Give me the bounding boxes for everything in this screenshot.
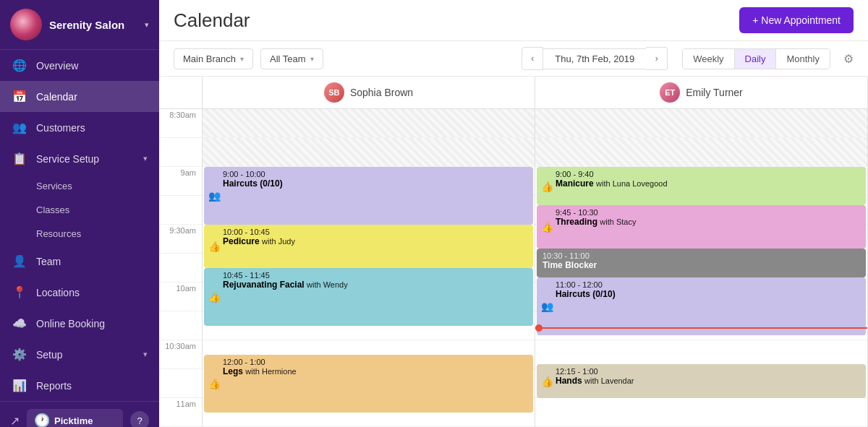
calendar-settings-button[interactable]: ⚙ — [843, 52, 854, 66]
sidebar-item-calendar[interactable]: 📅 Calendar — [0, 81, 159, 112]
monthly-view-button[interactable]: Monthly — [776, 49, 830, 69]
calendar-area: SB Sophia Brown ET Emily Turner 8:30am 9… — [159, 77, 868, 427]
sidebar-item-service-setup[interactable]: 📋 Service Setup ▾ — [0, 143, 159, 174]
appointment-pedicure[interactable]: 👍 10:00 - 10:45 Pedicure with Judy — [204, 225, 533, 268]
time-row — [203, 109, 535, 138]
appointment-time-blocker[interactable]: 10:30 - 11:00 Time Blocker — [537, 249, 866, 277]
facial-title: Rejuvanating Facial — [223, 280, 305, 290]
appointment-haircuts-sophia[interactable]: 👥 9:00 - 10:00 Haircuts (0/10) — [204, 167, 533, 225]
current-time-indicator — [535, 327, 867, 329]
manicure-time: 9:00 - 9:40 — [556, 170, 861, 178]
sidebar-item-customers[interactable]: 👥 Customers — [0, 112, 159, 143]
threading-sub: with Stacy — [600, 217, 636, 226]
service-setup-icon: 📋 — [12, 152, 27, 165]
time-label-930: 9:30am — [159, 225, 202, 254]
service-setup-chevron: ▾ — [143, 154, 148, 163]
topbar: Calendar + New Appointment — [159, 0, 868, 41]
appointment-haircuts-emily[interactable]: 👥 11:00 - 12:00 Haircuts (0/10) — [537, 277, 866, 335]
time-label-empty5 — [159, 369, 202, 398]
toolbar: Main Branch ▾ All Team ▾ ‹ Thu, 7th Feb,… — [159, 41, 868, 77]
emily-name: Emily Turner — [686, 87, 743, 98]
pedicure-icon: 👍 — [208, 241, 221, 252]
appointment-manicure[interactable]: 👍 9:00 - 9:40 Manicure with Luna Lovegoo… — [537, 167, 866, 205]
time-row — [535, 398, 867, 427]
main-content: Calendar + New Appointment Main Branch ▾… — [159, 0, 868, 427]
haircuts-sophia-title: Haircuts (0/10) — [223, 178, 529, 189]
legs-sub: with Hermione — [245, 367, 296, 376]
sidebar-item-reports[interactable]: 📊 Reports — [0, 370, 159, 401]
facial-sub: with Wendy — [307, 280, 348, 289]
sidebar-item-online-booking[interactable]: ☁️ Online Booking — [0, 308, 159, 339]
exit-button[interactable]: ↗ — [10, 414, 20, 428]
date-display: Thu, 7th Feb, 2019 — [543, 48, 646, 69]
sophia-name: Sophia Brown — [350, 87, 413, 98]
time-row — [203, 138, 535, 167]
setup-chevron: ▾ — [143, 350, 148, 359]
next-date-button[interactable]: › — [646, 47, 668, 70]
help-button[interactable]: ? — [130, 411, 149, 427]
appointment-legs[interactable]: 👍 12:00 - 1:00 Legs with Hermione — [204, 355, 533, 413]
calendar-icon: 📅 — [12, 90, 27, 103]
page-title: Calendar — [174, 9, 731, 32]
sidebar-item-resources[interactable]: Resources — [0, 222, 159, 246]
time-label-830: 8:30am — [159, 109, 202, 138]
appointment-hands[interactable]: 👍 12:15 - 1:00 Hands with Lavendar — [537, 364, 866, 398]
emily-column: 👍 9:00 - 9:40 Manicure with Luna Lovegoo… — [535, 109, 868, 427]
staff-column-sophia: SB Sophia Brown — [203, 77, 535, 108]
manicure-sub: with Luna Lovegood — [596, 179, 667, 188]
picktime-icon: 🕐 — [34, 413, 50, 427]
sidebar-header[interactable]: Serenity Salon ▾ — [0, 0, 159, 50]
time-label-10: 10am — [159, 282, 202, 311]
legs-time: 12:00 - 1:00 — [223, 358, 529, 366]
salon-logo — [10, 9, 42, 40]
sophia-avatar: SB — [324, 82, 344, 103]
threading-time: 9:45 - 10:30 — [556, 208, 861, 217]
haircuts-sophia-time: 9:00 - 10:00 — [223, 170, 529, 178]
sidebar-item-setup[interactable]: ⚙️ Setup ▾ — [0, 339, 159, 370]
globe-icon: 🌐 — [12, 59, 27, 72]
sidebar-item-locations-label: Locations — [36, 287, 80, 298]
team-dropdown[interactable]: All Team ▾ — [260, 48, 323, 69]
setup-icon: ⚙️ — [12, 348, 27, 361]
time-gutter-header — [159, 77, 203, 108]
sidebar-item-overview-label: Overview — [36, 60, 78, 72]
pedicure-sub: with Judy — [262, 237, 295, 246]
classes-label: Classes — [36, 204, 69, 215]
new-appointment-button[interactable]: + New Appointment — [739, 7, 854, 33]
sidebar-item-services[interactable]: Services — [0, 174, 159, 198]
sidebar-item-classes[interactable]: Classes — [0, 198, 159, 222]
team-label: All Team — [270, 53, 306, 64]
reports-icon: 📊 — [12, 379, 27, 392]
weekly-view-button[interactable]: Weekly — [683, 49, 734, 69]
hands-icon: 👍 — [541, 376, 553, 387]
sidebar-item-customers-label: Customers — [36, 122, 85, 134]
facial-icon: 👍 — [208, 291, 221, 303]
time-label-empty1 — [159, 138, 202, 167]
hands-time: 12:15 - 1:00 — [556, 367, 861, 376]
legs-title: Legs — [223, 366, 243, 376]
sidebar-item-locations[interactable]: 📍 Locations — [0, 277, 159, 308]
sidebar-item-overview[interactable]: 🌐 Overview — [0, 50, 159, 81]
pedicure-time: 10:00 - 10:45 — [223, 228, 529, 236]
prev-date-button[interactable]: ‹ — [522, 47, 543, 70]
haircuts-sophia-icon: 👥 — [208, 190, 221, 202]
sidebar-item-team-label: Team — [36, 256, 61, 267]
appointment-threading[interactable]: 👍 9:45 - 10:30 Threading with Stacy — [537, 205, 866, 249]
sidebar-item-reports-label: Reports — [36, 380, 72, 392]
legs-icon: 👍 — [208, 378, 221, 389]
sidebar-item-team[interactable]: 👤 Team — [0, 246, 159, 277]
daily-view-button[interactable]: Daily — [735, 49, 777, 69]
locations-icon: 📍 — [12, 285, 27, 299]
team-chevron-icon: ▾ — [310, 55, 314, 63]
haircuts-emily-time: 11:00 - 12:00 — [556, 280, 861, 289]
sidebar-item-service-setup-label: Service Setup — [36, 153, 99, 165]
customers-icon: 👥 — [12, 121, 27, 134]
staff-columns: 👥 9:00 - 10:00 Haircuts (0/10) 👍 10:00 -… — [203, 109, 868, 427]
branch-dropdown[interactable]: Main Branch ▾ — [174, 48, 253, 69]
appointment-facial[interactable]: 👍 10:45 - 11:45 Rejuvanating Facial with… — [204, 268, 533, 326]
view-toggle: Weekly Daily Monthly — [682, 48, 830, 69]
sidebar-item-setup-label: Setup — [36, 349, 63, 361]
time-blocker-time: 10:30 - 11:00 — [542, 251, 861, 260]
salon-name: Serenity Salon — [49, 19, 137, 31]
time-row — [535, 109, 867, 138]
